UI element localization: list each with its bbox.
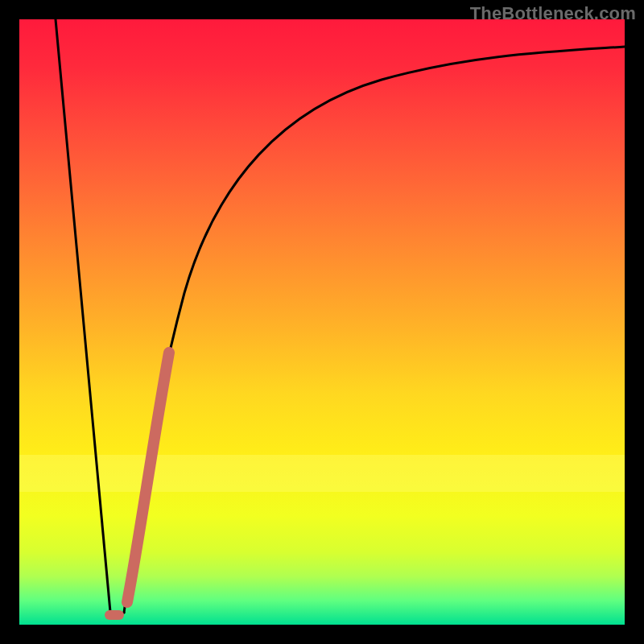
watermark-text: TheBottleneck.com [470, 3, 636, 24]
curve-left-branch [56, 19, 110, 612]
highlight-segment [127, 353, 169, 602]
chart-frame: TheBottleneck.com [0, 0, 644, 644]
chart-svg [19, 19, 625, 625]
plot-area [19, 19, 625, 625]
curve-right-branch [124, 47, 625, 613]
